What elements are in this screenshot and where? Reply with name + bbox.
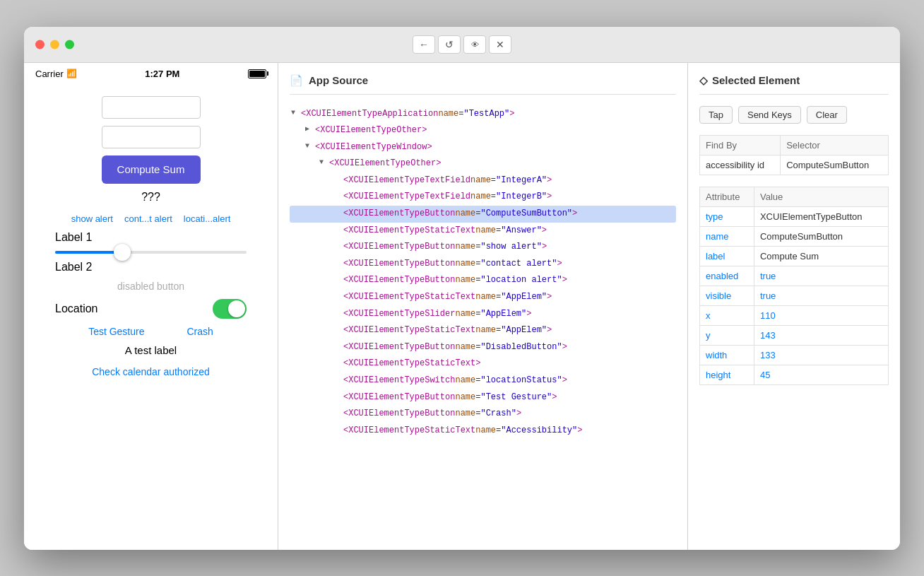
alert-links: show alert cont...t alert locati...alert <box>71 213 231 224</box>
attr-value-8: 45 <box>754 365 888 384</box>
attr-name-0: type <box>700 206 754 226</box>
attr-val-0: "TestApp" <box>463 107 509 122</box>
test-gesture-button[interactable]: Test Gesture <box>88 326 144 337</box>
tag-1: <XCUIElementTypeOther> <box>315 123 427 139</box>
value-header: Value <box>754 187 888 206</box>
tree-row-15[interactable]: <XCUIElementTypeStaticText> <box>290 355 676 372</box>
tag-4: <XCUIElementTypeTextField <box>343 173 470 189</box>
find-by-header: Find By <box>700 135 781 155</box>
send-keys-button[interactable]: Send Keys <box>738 106 801 124</box>
source-header-title: App Source <box>309 74 368 86</box>
source-panel: 📄 App Source ▼ <XCUIElementTypeApplicati… <box>278 63 688 550</box>
close-0: > <box>509 107 514 122</box>
attr-row-2: labelCompute Sum <box>700 246 889 266</box>
statusbar-right <box>248 69 266 78</box>
tree-row-9[interactable]: <XCUIElementTypeButton name = "contact a… <box>290 256 676 273</box>
source-tree: ▼ <XCUIElementTypeApplication name = "Te… <box>290 106 676 440</box>
location-label: Location <box>55 302 98 315</box>
attr-value-1: ComputeSumButton <box>754 226 888 246</box>
close-traffic-light[interactable] <box>35 40 45 49</box>
battery-icon <box>248 69 266 78</box>
location-row: Location <box>41 299 261 319</box>
check-calendar-link[interactable]: Check calendar authorized <box>92 366 210 377</box>
attr-name-2: label <box>700 246 754 266</box>
attr-row-5: x110 <box>700 305 889 325</box>
slider-fill <box>55 251 122 254</box>
tag-0: <XCUIElementTypeApplication <box>301 107 438 122</box>
aname-4: name <box>470 173 491 189</box>
main-content: Carrier 📶 1:27 PM Compute Sum ??? <box>24 63 900 550</box>
attributes-table: Attribute Value typeXCUIElementTypeButto… <box>699 187 889 385</box>
traffic-lights <box>35 40 74 49</box>
location-alert-link[interactable]: locati...alert <box>184 213 230 224</box>
tag-3: <XCUIElementTypeOther> <box>329 156 441 172</box>
refresh-button[interactable]: ↺ <box>438 35 461 54</box>
find-by-table: Find By Selector accessibility id Comput… <box>699 135 889 175</box>
maximize-traffic-light[interactable] <box>65 40 74 49</box>
find-by-row: accessibility id ComputeSumButton <box>700 155 889 175</box>
tree-row-11[interactable]: <XCUIElementTypeStaticText name = "AppEl… <box>290 289 676 306</box>
tag-2: <XCUIElementTypeWindow> <box>315 140 432 155</box>
toggle-thumb <box>228 300 245 317</box>
gesture-row: Test Gesture Crash <box>88 326 213 337</box>
tree-row-0[interactable]: ▼ <XCUIElementTypeApplication name = "Te… <box>290 106 676 123</box>
tree-row-6[interactable]: <XCUIElementTypeButton name = "ComputeSu… <box>290 206 676 223</box>
show-alert-link[interactable]: show alert <box>71 213 113 224</box>
slider-thumb[interactable] <box>114 244 131 261</box>
tree-row-7[interactable]: <XCUIElementTypeStaticText name = "Answe… <box>290 223 676 240</box>
attr-row-8: height45 <box>700 365 889 384</box>
tree-row-3[interactable]: ▼ <XCUIElementTypeOther> <box>290 155 676 172</box>
arrow-2[interactable]: ▼ <box>305 140 315 153</box>
back-button[interactable]: ← <box>413 35 435 54</box>
contact-alert-link[interactable]: cont...t alert <box>124 213 172 224</box>
location-toggle[interactable] <box>213 299 247 319</box>
tree-row-10[interactable]: <XCUIElementTypeButton name = "location … <box>290 272 676 289</box>
arrow-3[interactable]: ▼ <box>319 156 329 169</box>
details-panel: ◇ Selected Element Tap Send Keys Clear F… <box>688 63 900 550</box>
aval-4: "IntegerA" <box>496 173 547 189</box>
integer-a-input[interactable] <box>102 96 201 119</box>
attr-name-3: enabled <box>700 266 754 286</box>
compute-sum-button[interactable]: Compute Sum <box>102 155 201 184</box>
attr-value-6: 143 <box>754 325 888 345</box>
time-label: 1:27 PM <box>145 69 179 79</box>
test-label: A test label <box>125 344 177 356</box>
tree-row-19[interactable]: <XCUIElementTypeStaticText name = "Acces… <box>290 423 676 440</box>
minimize-traffic-light[interactable] <box>50 40 59 49</box>
tree-row-13[interactable]: <XCUIElementTypeStaticText name = "AppEl… <box>290 322 676 339</box>
arrow-1[interactable]: ▶ <box>305 123 315 136</box>
tree-row-4[interactable]: <XCUIElementTypeTextField name = "Intege… <box>290 172 676 189</box>
tree-row-16[interactable]: <XCUIElementTypeSwitch name = "locationS… <box>290 372 676 389</box>
attr-value-2: Compute Sum <box>754 246 888 266</box>
attr-row-0: typeXCUIElementTypeButton <box>700 206 889 226</box>
tree-row-1[interactable]: ▶ <XCUIElementTypeOther> <box>290 122 676 139</box>
disabled-button: disabled button <box>117 281 184 292</box>
clear-button[interactable]: Clear <box>807 106 847 124</box>
tree-row-5[interactable]: <XCUIElementTypeTextField name = "Intege… <box>290 189 676 206</box>
inspect-button[interactable]: 👁 <box>463 35 486 54</box>
result-label: ??? <box>141 191 160 204</box>
toolbar-buttons: ← ↺ 👁 ✕ <box>413 35 511 54</box>
tap-button[interactable]: Tap <box>699 106 733 124</box>
crash-button[interactable]: Crash <box>187 326 213 337</box>
selector-header: Selector <box>781 135 889 155</box>
tree-row-14[interactable]: <XCUIElementTypeButton name = "DisabledB… <box>290 339 676 356</box>
tree-row-8[interactable]: <XCUIElementTypeButton name = "show aler… <box>290 239 676 256</box>
eq-0: = <box>458 107 463 122</box>
tag-5: <XCUIElementTypeTextField <box>343 189 470 205</box>
simulator-panel: Carrier 📶 1:27 PM Compute Sum ??? <box>24 63 278 550</box>
integer-b-input[interactable] <box>102 126 201 148</box>
selector-value: ComputeSumButton <box>781 155 889 175</box>
arrow-0[interactable]: ▼ <box>291 107 301 119</box>
close-button[interactable]: ✕ <box>489 35 511 54</box>
tree-row-17[interactable]: <XCUIElementTypeButton name = "Test Gest… <box>290 389 676 406</box>
attr-value-5: 110 <box>754 305 888 325</box>
details-header-title: Selected Element <box>712 74 800 86</box>
attr-row-3: enabledtrue <box>700 266 889 286</box>
label2: Label 2 <box>41 261 261 274</box>
app-elem-slider[interactable] <box>41 251 261 254</box>
tree-row-12[interactable]: <XCUIElementTypeSlider name = "AppElem" … <box>290 306 676 323</box>
tree-row-2[interactable]: ▼ <XCUIElementTypeWindow> <box>290 139 676 156</box>
tree-row-18[interactable]: <XCUIElementTypeButton name = "Crash" > <box>290 406 676 423</box>
attr-row-1: nameComputeSumButton <box>700 226 889 246</box>
